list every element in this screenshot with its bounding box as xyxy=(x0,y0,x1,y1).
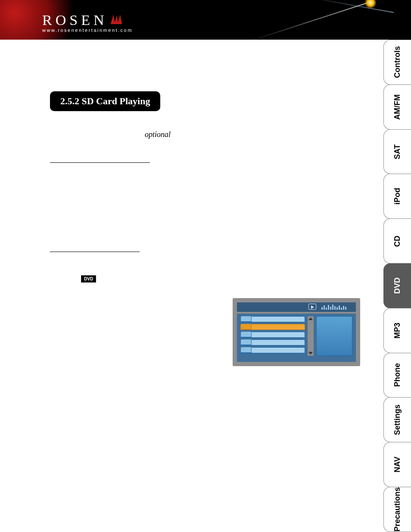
tab-mp3[interactable]: MP3 xyxy=(383,308,411,353)
brand-mark-icon xyxy=(110,14,123,27)
list-item xyxy=(240,332,305,338)
player-file-list xyxy=(240,316,305,356)
list-item xyxy=(240,316,305,322)
list-item xyxy=(240,347,305,353)
dvd-button-icon: DVD xyxy=(81,275,96,283)
play-icon xyxy=(308,304,316,310)
brand-logo: ROSEN www.rosenentertainment.com xyxy=(42,12,133,33)
tab-nav[interactable]: NAV xyxy=(383,442,411,487)
tab-label: Precautions xyxy=(393,487,402,532)
equalizer-icon xyxy=(321,305,353,310)
player-body xyxy=(237,314,356,358)
tab-label: NAV xyxy=(393,457,402,473)
scrollbar xyxy=(308,316,314,356)
tab-label: CD xyxy=(393,236,402,247)
tab-phone[interactable]: Phone xyxy=(383,353,411,398)
tab-amfm[interactable]: AM/FM xyxy=(383,84,411,130)
section-heading-text: 2.5.2 SD Card Playing xyxy=(60,96,150,106)
tab-label: Phone xyxy=(393,363,402,387)
subheading-underline xyxy=(50,162,150,163)
tab-precautions[interactable]: Precautions xyxy=(383,487,411,532)
player-screen-illustration xyxy=(233,298,360,366)
scroll-down-icon xyxy=(308,352,313,355)
subheading-underline xyxy=(50,251,140,252)
tab-controls[interactable]: Controls xyxy=(383,40,411,85)
tab-label: AM/FM xyxy=(393,94,402,120)
tab-label: MP3 xyxy=(393,323,402,339)
tab-ipod[interactable]: iPod xyxy=(383,174,411,219)
brand-name: ROSEN xyxy=(42,12,107,28)
scroll-up-icon xyxy=(308,317,313,320)
tab-label: SAT xyxy=(393,144,402,159)
tab-sat[interactable]: SAT xyxy=(383,129,411,174)
optional-note: optional xyxy=(145,130,363,139)
brand-subtext: www.rosenentertainment.com xyxy=(42,28,133,33)
section-tab-rail: Controls AM/FM SAT iPod CD DVD MP3 Phone… xyxy=(383,40,411,532)
tab-settings[interactable]: Settings xyxy=(383,397,411,442)
tab-label: Settings xyxy=(393,404,402,435)
brand-header: ROSEN www.rosenentertainment.com xyxy=(0,0,411,40)
list-item-selected xyxy=(240,324,305,330)
section-heading: 2.5.2 SD Card Playing xyxy=(50,91,160,111)
decorative-comet xyxy=(239,0,411,40)
list-item xyxy=(240,339,305,345)
player-status-bar xyxy=(237,302,356,312)
player-preview-pane xyxy=(316,316,352,356)
tab-cd[interactable]: CD xyxy=(383,218,411,264)
tab-dvd[interactable]: DVD xyxy=(383,263,411,308)
tab-label: Controls xyxy=(393,46,402,78)
tab-label: DVD xyxy=(393,277,402,294)
tab-label: iPod xyxy=(393,188,402,205)
page-content: 2.5.2 SD Card Playing optional DVD xyxy=(0,40,383,532)
